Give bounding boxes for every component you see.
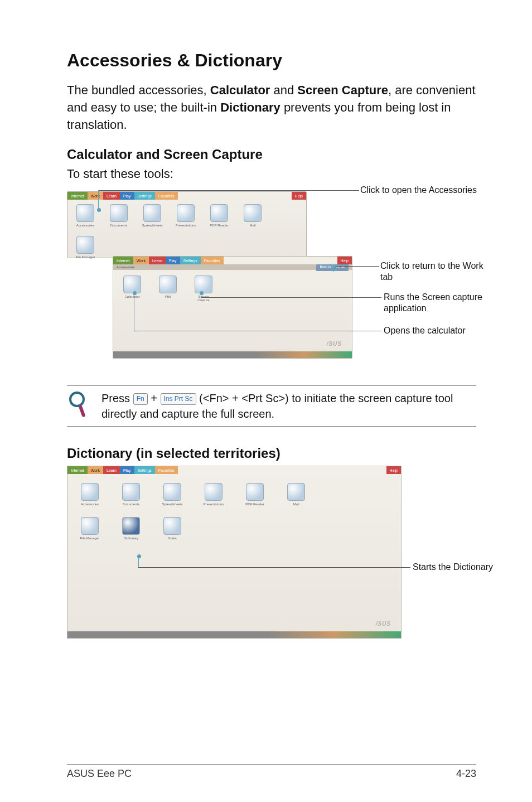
tab-settings: Settings [134,192,155,200]
asus-logo: /SUS [376,621,391,627]
tab-favorites: Favorites [155,192,178,200]
leader-line [138,567,410,568]
tip-box: Press Fn + Ins Prt Sc (<Fn> + <Prt Sc>) … [67,385,476,427]
magnifier-icon [67,390,91,421]
tab-internet: Internet [113,257,133,264]
section1-lead: To start these tools: [67,167,476,181]
tab-internet: Internet [67,466,88,474]
leader-line [98,190,99,211]
icon-pdfreader: PDF Reader [208,204,230,227]
tab-learn: Learn [103,192,120,200]
tab-work: Work [88,192,103,200]
tab-work: Work [133,257,149,264]
intro-bold-dictionary: Dictionary [220,100,280,114]
intro-text-2: and [270,83,297,97]
callout-start-dictionary: Starts the Dictionary [413,562,502,573]
tab-help: Help [292,192,306,200]
screenshot-dictionary: Internet Work Learn Play Settings Favori… [67,466,402,639]
tab-favorites: Favorites [155,466,178,474]
leader-line [333,266,334,272]
tab-work: Work [88,466,103,474]
icon-notes: Notes [161,517,183,540]
tab-play: Play [120,192,134,200]
page-footer: ASUS Eee PC 4-23 [67,764,476,780]
key-prtsc: Ins Prt Sc [161,393,196,405]
leader-line [134,292,134,331]
intro-bold-calculator: Calculator [210,83,270,97]
tab-help: Help [386,466,401,474]
tab-settings: Settings [180,257,201,264]
tab-play: Play [166,257,180,264]
tab-help: Help [337,257,352,264]
icon-spreadsheets: Spreadsheets [161,483,183,506]
leader-line [333,266,379,267]
icon-filemanager: File Manager [74,236,96,259]
icon-documents: Documents [108,204,130,227]
leader-line [138,555,139,567]
taskbar [67,631,401,638]
leader-line [201,297,381,298]
icon-dictionary: Dictionary [120,517,142,540]
intro-bold-screencapture: Screen Capture [297,83,388,97]
icon-spreadsheets: Spreadsheets [141,204,163,227]
svg-point-0 [70,393,84,406]
tab-learn: Learn [103,466,120,474]
page-heading: Accessories & Dictionary [67,50,476,71]
leader-line [134,331,381,331]
footer-product: ASUS Eee PC [67,768,132,780]
icon-accessories: Accessories [79,483,101,506]
tab-internet: Internet [67,192,88,200]
icon-accessories: Accessories [74,204,96,227]
icon-filemanager: File Manager [79,517,101,540]
intro-text-1: The bundled accessories, [67,83,210,97]
icon-presentations: Presentations [175,204,197,227]
icon-calculator: Calculator [121,276,143,302]
leader-line [98,190,359,191]
icon-pdfreader: PDF Reader [244,483,266,506]
icon-presentations: Presentations [202,483,225,506]
leader-line [201,292,201,298]
footer-page: 4-23 [456,768,476,780]
taskbar [113,351,352,358]
svg-rect-1 [78,405,85,418]
tab-learn: Learn [149,257,166,264]
asus-logo: /SUS [327,341,342,347]
tab-favorites: Favorites [201,257,224,264]
callout-run-capture: Runs the Screen capture application [384,292,501,314]
callout-back-work: Click to return to the Work tab [380,260,497,283]
key-fn: Fn [133,393,148,405]
icon-pim: PIM [157,276,179,302]
icon-documents: Documents [120,483,142,506]
section2-title: Dictionary (in selected territories) [67,446,476,461]
tab-play: Play [120,466,134,474]
screenshot-accessories: Internet Work Learn Play Settings Favori… [113,256,352,359]
icon-mail: Mail [285,483,307,506]
tip-text: Press Fn + Ins Prt Sc (<Fn> + <Prt Sc>) … [101,390,476,422]
intro-paragraph: The bundled accessories, Calculator and … [67,82,476,133]
section1-title: Calculator and Screen Capture [67,147,476,162]
callout-open-calc: Opens the calculator [384,325,501,336]
screenshot-work-tab: Internet Work Learn Play Settings Favori… [67,191,307,258]
callout-open-accessories: Click to open the Accessories [360,185,477,196]
icon-mail: Mail [241,204,264,227]
tab-settings: Settings [134,466,155,474]
